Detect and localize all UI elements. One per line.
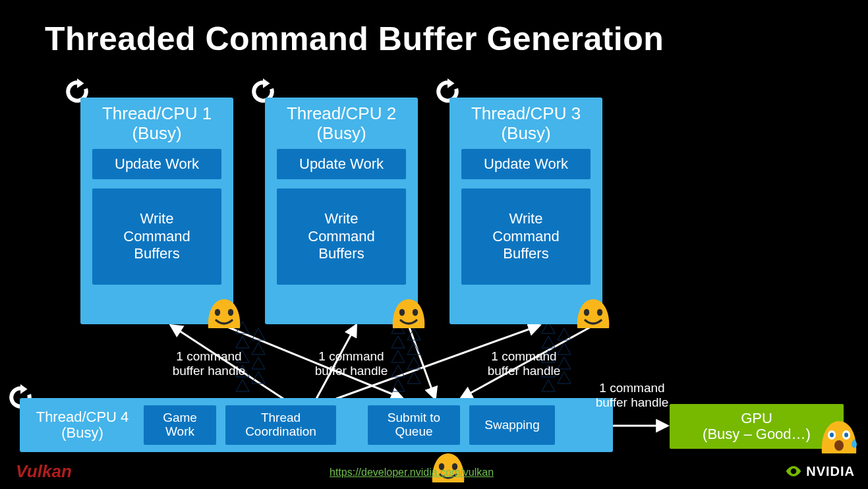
submit-to-queue-box: Submit toQueue — [368, 405, 460, 445]
happy-emoji-icon — [206, 297, 243, 330]
svg-marker-17 — [391, 336, 405, 348]
happy-emoji-icon — [575, 297, 612, 330]
svg-marker-24 — [407, 372, 420, 384]
write-buffers-box: WriteCommandBuffers — [92, 188, 221, 285]
swapping-box: Swapping — [469, 405, 555, 445]
thread-card-3: Thread/CPU 3 (Busy) Update Work WriteCom… — [449, 98, 602, 324]
nvidia-logo: NVIDIA — [785, 463, 855, 480]
cb-handle-label-2: 1 commandbuffer handle — [302, 349, 401, 378]
svg-marker-8 — [236, 336, 249, 348]
gpu-box: GPU(Busy – Good…) — [670, 404, 844, 449]
svg-marker-11 — [236, 380, 249, 391]
svg-marker-22 — [407, 343, 420, 355]
svg-marker-30 — [558, 328, 571, 340]
slide-title: Threaded Command Buffer Generation — [45, 20, 664, 58]
thread4-title: Thread/CPU 4 (Busy) — [26, 409, 138, 441]
cb-handle-label-1: 1 commandbuffer handle — [159, 349, 258, 378]
thread-card-1: Thread/CPU 1 (Busy) Update Work WriteCom… — [80, 98, 233, 324]
svg-marker-29 — [542, 380, 555, 391]
cb-handle-label-4: 1 commandbuffer handle — [583, 381, 681, 410]
thread-coordination-box: ThreadCoordination — [225, 405, 336, 445]
slide-stage: Threaded Command Buffer Generation Threa… — [0, 0, 868, 489]
thread-subtitle: (Busy) — [457, 124, 594, 144]
update-work-box: Update Work — [277, 149, 406, 179]
nvidia-text: NVIDIA — [806, 464, 855, 479]
happy-emoji-icon — [390, 297, 427, 330]
svg-marker-21 — [407, 328, 420, 340]
svg-marker-23 — [407, 357, 420, 369]
vulkan-logo: Vulkan — [16, 461, 72, 482]
thread-title: Thread/CPU 3 — [457, 104, 594, 124]
svg-marker-12 — [252, 328, 265, 340]
svg-marker-26 — [542, 336, 555, 348]
write-buffers-box: WriteCommandBuffers — [461, 188, 591, 285]
thread-subtitle: (Busy) — [273, 124, 410, 144]
svg-marker-20 — [391, 380, 405, 391]
sweat-emoji-icon — [819, 418, 859, 455]
thread-4-row: Thread/CPU 4 (Busy) GameWork ThreadCoord… — [20, 398, 613, 452]
thread-subtitle: (Busy) — [88, 124, 225, 144]
thread-title: Thread/CPU 2 — [273, 104, 410, 124]
thread-title: Thread/CPU 1 — [88, 104, 225, 124]
thread-card-2: Thread/CPU 2 (Busy) Update Work WriteCom… — [265, 98, 418, 324]
write-buffers-box: WriteCommandBuffers — [277, 188, 406, 285]
update-work-box: Update Work — [461, 149, 591, 179]
update-work-box: Update Work — [92, 149, 221, 179]
nvidia-eye-icon — [785, 463, 802, 480]
footer-link[interactable]: https://developer.nvidia.com/vulkan — [330, 467, 494, 478]
game-work-box: GameWork — [144, 405, 216, 445]
cb-handle-label-3: 1 commandbuffer handle — [475, 349, 573, 378]
